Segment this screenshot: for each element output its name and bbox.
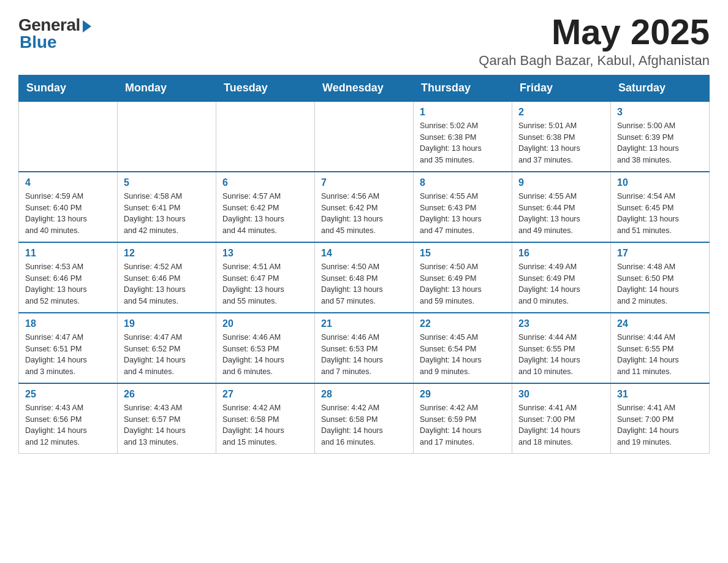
day-info: Sunrise: 4:44 AM Sunset: 6:55 PM Dayligh… [617,332,703,378]
month-title: May 2025 [479,12,710,52]
calendar-cell: 20Sunrise: 4:46 AM Sunset: 6:53 PM Dayli… [216,313,315,383]
day-info: Sunrise: 4:42 AM Sunset: 6:59 PM Dayligh… [420,402,506,448]
day-number: 13 [222,248,308,259]
day-number: 26 [124,389,210,400]
location-title: Qarah Bagh Bazar, Kabul, Afghanistan [479,53,710,69]
day-number: 5 [124,177,210,188]
calendar-cell: 4Sunrise: 4:59 AM Sunset: 6:40 PM Daylig… [19,172,118,242]
calendar-week-4: 18Sunrise: 4:47 AM Sunset: 6:51 PM Dayli… [19,313,710,383]
calendar-cell: 12Sunrise: 4:52 AM Sunset: 6:46 PM Dayli… [118,242,216,313]
day-info: Sunrise: 4:52 AM Sunset: 6:46 PM Dayligh… [124,261,210,307]
calendar-cell: 27Sunrise: 4:42 AM Sunset: 6:58 PM Dayli… [216,383,315,454]
calendar-cell: 13Sunrise: 4:51 AM Sunset: 6:47 PM Dayli… [216,242,315,313]
day-info: Sunrise: 4:56 AM Sunset: 6:42 PM Dayligh… [321,191,407,237]
calendar-week-3: 11Sunrise: 4:53 AM Sunset: 6:46 PM Dayli… [19,242,710,313]
day-number: 8 [420,177,506,188]
calendar-cell [118,101,216,172]
calendar-cell: 25Sunrise: 4:43 AM Sunset: 6:56 PM Dayli… [19,383,118,454]
day-info: Sunrise: 4:50 AM Sunset: 6:48 PM Dayligh… [321,261,407,307]
day-info: Sunrise: 5:01 AM Sunset: 6:38 PM Dayligh… [518,120,604,166]
column-header-wednesday: Wednesday [315,75,414,101]
calendar-week-1: 1Sunrise: 5:02 AM Sunset: 6:38 PM Daylig… [19,101,710,172]
day-info: Sunrise: 4:59 AM Sunset: 6:40 PM Dayligh… [25,191,111,237]
day-number: 7 [321,177,407,188]
calendar-cell: 22Sunrise: 4:45 AM Sunset: 6:54 PM Dayli… [414,313,512,383]
day-number: 14 [321,248,407,259]
calendar-cell: 15Sunrise: 4:50 AM Sunset: 6:49 PM Dayli… [414,242,512,313]
calendar-header-row: SundayMondayTuesdayWednesdayThursdayFrid… [19,75,710,101]
calendar-cell: 17Sunrise: 4:48 AM Sunset: 6:50 PM Dayli… [611,242,710,313]
column-header-tuesday: Tuesday [216,75,315,101]
day-info: Sunrise: 4:51 AM Sunset: 6:47 PM Dayligh… [222,261,308,307]
day-info: Sunrise: 4:42 AM Sunset: 6:58 PM Dayligh… [321,402,407,448]
calendar-cell: 28Sunrise: 4:42 AM Sunset: 6:58 PM Dayli… [315,383,414,454]
calendar-cell: 11Sunrise: 4:53 AM Sunset: 6:46 PM Dayli… [19,242,118,313]
page-header: General Blue May 2025 Qarah Bagh Bazar, … [18,12,710,69]
day-number: 23 [518,318,604,329]
logo: General Blue [18,12,91,52]
day-info: Sunrise: 4:49 AM Sunset: 6:49 PM Dayligh… [518,261,604,307]
day-number: 24 [617,318,703,329]
day-info: Sunrise: 5:00 AM Sunset: 6:39 PM Dayligh… [617,120,703,166]
day-number: 4 [25,177,111,188]
day-info: Sunrise: 4:48 AM Sunset: 6:50 PM Dayligh… [617,261,703,307]
calendar-table: SundayMondayTuesdayWednesdayThursdayFrid… [18,75,710,454]
day-info: Sunrise: 4:54 AM Sunset: 6:45 PM Dayligh… [617,191,703,237]
day-number: 27 [222,389,308,400]
day-info: Sunrise: 4:47 AM Sunset: 6:51 PM Dayligh… [25,332,111,378]
column-header-thursday: Thursday [414,75,512,101]
day-number: 31 [617,389,703,400]
logo-arrow-icon [83,20,91,33]
day-info: Sunrise: 4:50 AM Sunset: 6:49 PM Dayligh… [420,261,506,307]
day-number: 2 [518,107,604,118]
day-info: Sunrise: 4:55 AM Sunset: 6:43 PM Dayligh… [420,191,506,237]
calendar-cell: 8Sunrise: 4:55 AM Sunset: 6:43 PM Daylig… [414,172,512,242]
calendar-cell: 10Sunrise: 4:54 AM Sunset: 6:45 PM Dayli… [611,172,710,242]
day-info: Sunrise: 4:44 AM Sunset: 6:55 PM Dayligh… [518,332,604,378]
day-info: Sunrise: 4:46 AM Sunset: 6:53 PM Dayligh… [222,332,308,378]
calendar-week-2: 4Sunrise: 4:59 AM Sunset: 6:40 PM Daylig… [19,172,710,242]
day-number: 25 [25,389,111,400]
calendar-cell [19,101,118,172]
day-info: Sunrise: 4:45 AM Sunset: 6:54 PM Dayligh… [420,332,506,378]
day-number: 29 [420,389,506,400]
day-info: Sunrise: 4:43 AM Sunset: 6:56 PM Dayligh… [25,402,111,448]
calendar-cell: 18Sunrise: 4:47 AM Sunset: 6:51 PM Dayli… [19,313,118,383]
calendar-cell: 7Sunrise: 4:56 AM Sunset: 6:42 PM Daylig… [315,172,414,242]
day-number: 19 [124,318,210,329]
calendar-cell: 9Sunrise: 4:55 AM Sunset: 6:44 PM Daylig… [512,172,611,242]
day-info: Sunrise: 4:46 AM Sunset: 6:53 PM Dayligh… [321,332,407,378]
day-info: Sunrise: 4:47 AM Sunset: 6:52 PM Dayligh… [124,332,210,378]
calendar-cell: 1Sunrise: 5:02 AM Sunset: 6:38 PM Daylig… [414,101,512,172]
calendar-cell: 6Sunrise: 4:57 AM Sunset: 6:42 PM Daylig… [216,172,315,242]
calendar-cell: 23Sunrise: 4:44 AM Sunset: 6:55 PM Dayli… [512,313,611,383]
day-number: 1 [420,107,506,118]
day-info: Sunrise: 4:55 AM Sunset: 6:44 PM Dayligh… [518,191,604,237]
day-number: 21 [321,318,407,329]
day-info: Sunrise: 4:58 AM Sunset: 6:41 PM Dayligh… [124,191,210,237]
calendar-cell: 19Sunrise: 4:47 AM Sunset: 6:52 PM Dayli… [118,313,216,383]
logo-blue-text: Blue [20,33,57,52]
day-number: 12 [124,248,210,259]
day-info: Sunrise: 4:43 AM Sunset: 6:57 PM Dayligh… [124,402,210,448]
column-header-sunday: Sunday [19,75,118,101]
day-number: 15 [420,248,506,259]
day-number: 20 [222,318,308,329]
day-number: 3 [617,107,703,118]
day-number: 17 [617,248,703,259]
day-number: 6 [222,177,308,188]
day-number: 9 [518,177,604,188]
calendar-cell: 26Sunrise: 4:43 AM Sunset: 6:57 PM Dayli… [118,383,216,454]
calendar-cell: 3Sunrise: 5:00 AM Sunset: 6:39 PM Daylig… [611,101,710,172]
day-number: 30 [518,389,604,400]
calendar-cell: 16Sunrise: 4:49 AM Sunset: 6:49 PM Dayli… [512,242,611,313]
day-info: Sunrise: 4:53 AM Sunset: 6:46 PM Dayligh… [25,261,111,307]
calendar-cell: 5Sunrise: 4:58 AM Sunset: 6:41 PM Daylig… [118,172,216,242]
calendar-cell: 14Sunrise: 4:50 AM Sunset: 6:48 PM Dayli… [315,242,414,313]
day-number: 11 [25,248,111,259]
day-info: Sunrise: 4:41 AM Sunset: 7:00 PM Dayligh… [518,402,604,448]
calendar-cell: 21Sunrise: 4:46 AM Sunset: 6:53 PM Dayli… [315,313,414,383]
day-number: 10 [617,177,703,188]
calendar-cell: 30Sunrise: 4:41 AM Sunset: 7:00 PM Dayli… [512,383,611,454]
calendar-cell: 24Sunrise: 4:44 AM Sunset: 6:55 PM Dayli… [611,313,710,383]
